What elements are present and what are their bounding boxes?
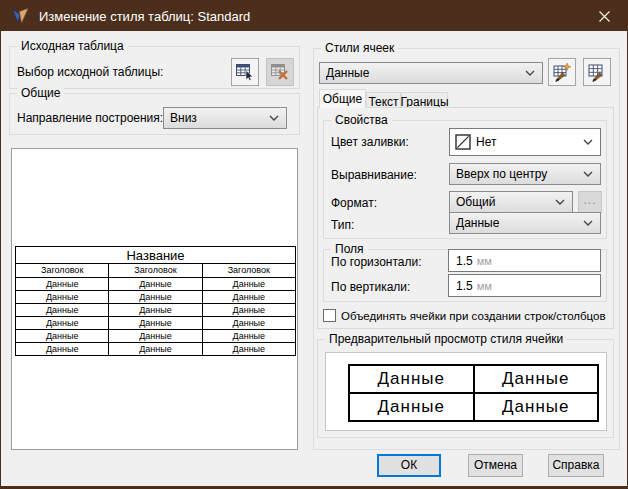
- chevron-down-icon: [583, 139, 593, 145]
- group-common-label: Общие: [17, 86, 64, 101]
- alignment-value: Вверх по центру: [456, 167, 583, 181]
- group-cell-styles-label: Стили ячеек: [321, 41, 398, 56]
- table-data-cell: Данные: [109, 343, 202, 355]
- source-preview-table: НазваниеЗаголовокЗаголовокЗаголовокДанны…: [15, 246, 296, 356]
- cell-preview-table: ДанныеДанныеДанныеДанные: [348, 364, 599, 422]
- table-data-cell: Данные: [109, 304, 202, 316]
- chevron-down-icon: [525, 70, 535, 76]
- ok-button[interactable]: ОК: [377, 454, 441, 477]
- v-margin-value: 1.5: [456, 279, 473, 293]
- direction-select-value: Вниз: [170, 111, 269, 125]
- preview-cell: Данные: [350, 366, 475, 392]
- edit-cell-style-button[interactable]: [583, 58, 611, 86]
- active-tab-seam: [320, 107, 365, 108]
- edit-cell-style-icon: [587, 62, 607, 82]
- table-data-cell: Данные: [109, 317, 202, 329]
- direction-select[interactable]: Вниз: [163, 107, 287, 129]
- cell-style-select-value: Данные: [326, 66, 525, 80]
- select-source-label: Выбор исходной таблицы:: [17, 65, 163, 79]
- table-data-row: ДанныеДанныеДанные: [16, 317, 295, 330]
- table-data-row: ДанныеДанныеДанные: [16, 278, 295, 291]
- merge-cells-label: Объединять ячейки при создании строк/сто…: [341, 309, 606, 323]
- table-data-row: ДанныеДанныеДанные: [16, 291, 295, 304]
- group-properties-label: Свойства: [331, 113, 392, 128]
- type-value: Данные: [456, 216, 583, 230]
- preview-cell: Данные: [350, 394, 475, 420]
- format-more-button[interactable]: ...: [578, 191, 602, 213]
- dialog-content: Исходная таблица Выбор исходной таблицы:…: [1, 31, 627, 486]
- group-cell-preview-label: Предварительный просмотр стиля ячейки: [325, 332, 567, 347]
- type-label: Тип:: [331, 218, 354, 232]
- table-data-cell: Данные: [203, 278, 295, 290]
- select-table-button[interactable]: [231, 58, 259, 86]
- type-select[interactable]: Данные: [449, 212, 601, 234]
- h-margin-value: 1.5: [456, 254, 473, 268]
- close-icon: [599, 11, 610, 22]
- tab-text[interactable]: Текст: [366, 92, 401, 108]
- h-margin-label: По горизонтали:: [331, 255, 422, 269]
- chevron-down-icon: [555, 199, 565, 205]
- fill-color-select[interactable]: Нет: [449, 128, 601, 156]
- select-table-icon: [235, 62, 255, 82]
- new-cell-style-icon: [552, 62, 572, 82]
- preview-row: ДанныеДанные: [350, 366, 597, 394]
- app-logo-icon: [10, 6, 30, 26]
- group-source-table-label: Исходная таблица: [17, 39, 128, 54]
- table-data-cell: Данные: [16, 330, 109, 342]
- chevron-down-icon: [583, 220, 593, 226]
- cell-style-select[interactable]: Данные: [319, 62, 543, 84]
- preview-row: ДанныеДанные: [350, 394, 597, 420]
- table-header-cell: Заголовок: [203, 264, 295, 277]
- v-margin-unit: мм: [477, 280, 492, 292]
- close-button[interactable]: [582, 1, 627, 31]
- format-value: Общий: [456, 195, 555, 209]
- table-data-cell: Данные: [203, 304, 295, 316]
- tab-general[interactable]: Общие: [319, 89, 366, 108]
- tab-borders[interactable]: Границы: [401, 92, 448, 108]
- preview-cell: Данные: [475, 394, 598, 420]
- table-title-cell: Название: [16, 247, 295, 264]
- new-cell-style-button[interactable]: [548, 58, 576, 86]
- table-data-cell: Данные: [203, 330, 295, 342]
- table-data-row: ДанныеДанныеДанные: [16, 304, 295, 317]
- table-data-cell: Данные: [16, 291, 109, 303]
- alignment-label: Выравнивание:: [331, 168, 417, 182]
- direction-label: Направление построения:: [17, 111, 163, 125]
- v-margin-input[interactable]: 1.5 мм: [448, 274, 601, 297]
- clear-table-icon: [270, 62, 290, 82]
- table-data-cell: Данные: [203, 291, 295, 303]
- format-label: Формат:: [331, 196, 377, 210]
- table-data-cell: Данные: [16, 343, 109, 355]
- h-margin-unit: мм: [477, 255, 492, 267]
- table-data-cell: Данные: [109, 278, 202, 290]
- table-data-cell: Данные: [109, 291, 202, 303]
- v-margin-label: По вертикали:: [331, 280, 410, 294]
- fill-color-value: Нет: [476, 135, 583, 149]
- cancel-button[interactable]: Отмена: [468, 454, 523, 477]
- format-select[interactable]: Общий: [449, 191, 573, 213]
- fill-color-label: Цвет заливки:: [331, 135, 409, 149]
- table-data-cell: Данные: [203, 317, 295, 329]
- help-button[interactable]: Справка: [548, 454, 604, 477]
- window-title: Изменение стиля таблиц: Standard: [39, 9, 250, 24]
- titlebar: Изменение стиля таблиц: Standard: [1, 1, 627, 31]
- h-margin-input[interactable]: 1.5 мм: [448, 249, 601, 272]
- table-data-cell: Данные: [203, 343, 295, 355]
- fill-none-icon: [455, 134, 471, 150]
- alignment-select[interactable]: Вверх по центру: [449, 163, 601, 185]
- table-data-row: ДанныеДанныеДанные: [16, 330, 295, 343]
- dialog-window: Изменение стиля таблиц: Standard Исходна…: [0, 0, 628, 489]
- preview-cell: Данные: [475, 366, 598, 392]
- clear-table-button[interactable]: [266, 58, 294, 86]
- table-data-cell: Данные: [16, 278, 109, 290]
- table-header-cell: Заголовок: [109, 264, 202, 277]
- tab-general-label: Общие: [323, 92, 362, 106]
- chevron-down-icon: [269, 115, 279, 121]
- table-data-cell: Данные: [16, 317, 109, 329]
- chevron-down-icon: [583, 171, 593, 177]
- table-data-cell: Данные: [109, 330, 202, 342]
- table-header-cell: Заголовок: [16, 264, 109, 277]
- table-data-row: ДанныеДанныеДанные: [16, 343, 295, 355]
- table-header-row: ЗаголовокЗаголовокЗаголовок: [16, 264, 295, 278]
- merge-cells-checkbox[interactable]: [323, 309, 336, 322]
